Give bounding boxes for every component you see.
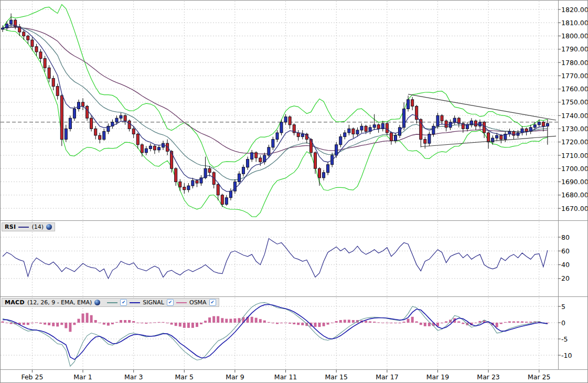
svg-text:1770.00: 1770.00 xyxy=(561,72,588,80)
svg-text:Mar 3: Mar 3 xyxy=(124,373,143,381)
macd-param: (12, 26, 9 - EMA, EMA) xyxy=(27,299,92,306)
svg-text:Mar 5: Mar 5 xyxy=(175,373,194,381)
svg-text:Feb 25: Feb 25 xyxy=(21,373,43,381)
svg-text:1820.00: 1820.00 xyxy=(561,6,588,14)
signal-line xyxy=(3,304,548,359)
bollinger-bands xyxy=(3,5,548,217)
ma-slow-line xyxy=(3,27,548,154)
macd-globe-icon[interactable] xyxy=(94,300,100,305)
svg-text:1730.00: 1730.00 xyxy=(561,125,588,133)
svg-text:Mar 15: Mar 15 xyxy=(325,373,347,381)
svg-text:1710.00: 1710.00 xyxy=(561,152,588,159)
svg-text:1750.00: 1750.00 xyxy=(561,98,588,106)
macd-line-swatch xyxy=(107,302,117,303)
signal-visibility-checkbox[interactable]: ✔ xyxy=(167,299,174,306)
signal-line-swatch xyxy=(130,302,140,303)
svg-text:Mar 23: Mar 23 xyxy=(477,373,499,381)
svg-text:-10: -10 xyxy=(561,352,572,359)
svg-text:1760.00: 1760.00 xyxy=(561,85,588,93)
rsi-line xyxy=(3,239,548,279)
rsi-axis-labels: 80604020 xyxy=(561,233,570,283)
macd-legend: MACD (12, 26, 9 - EMA, EMA) ✔ SIGNAL ✔ O… xyxy=(2,298,219,307)
svg-text:1700.00: 1700.00 xyxy=(561,165,588,173)
rsi-legend: RSI (14) xyxy=(2,222,55,231)
x-axis-labels: Feb 25Mar 1Mar 3Mar 5Mar 9Mar 11Mar 15Ma… xyxy=(21,373,550,381)
svg-text:1680.00: 1680.00 xyxy=(561,191,588,199)
osma-histogram xyxy=(2,313,549,332)
svg-text:Mar 11: Mar 11 xyxy=(274,373,297,381)
rsi-globe-icon[interactable] xyxy=(46,224,52,230)
signal-label: SIGNAL xyxy=(143,299,164,306)
svg-text:1780.00: 1780.00 xyxy=(561,59,588,67)
svg-text:20: 20 xyxy=(561,274,570,282)
svg-text:Mar 1: Mar 1 xyxy=(73,373,92,381)
chart-canvas[interactable]: 1820.001810.001800.001790.001780.001770.… xyxy=(1,1,588,383)
osma-label: OSMA xyxy=(189,299,207,306)
panel-borders xyxy=(1,1,587,373)
macd-label: MACD xyxy=(5,299,25,306)
rsi-param: (14) xyxy=(31,224,44,230)
osma-visibility-checkbox[interactable]: ✔ xyxy=(209,299,216,306)
rsi-label: RSI xyxy=(5,224,16,230)
svg-text:Mar 9: Mar 9 xyxy=(226,373,244,381)
svg-text:1690.00: 1690.00 xyxy=(561,178,588,186)
svg-text:0: 0 xyxy=(561,319,565,327)
svg-text:Mar 17: Mar 17 xyxy=(376,373,398,381)
ma-fast-line xyxy=(3,25,548,192)
svg-text:Mar 19: Mar 19 xyxy=(426,373,450,381)
svg-text:40: 40 xyxy=(561,261,570,269)
svg-text:1810.00: 1810.00 xyxy=(561,19,588,27)
svg-text:1740.00: 1740.00 xyxy=(561,112,588,120)
candles-layer xyxy=(2,14,549,207)
svg-text:1790.00: 1790.00 xyxy=(561,45,588,53)
main-y-axis-labels: 1820.001810.001800.001790.001780.001770.… xyxy=(561,6,588,212)
trading-chart-window: 1820.001810.001800.001790.001780.001770.… xyxy=(0,0,588,383)
macd-visibility-checkbox[interactable]: ✔ xyxy=(120,299,127,306)
osma-line-swatch xyxy=(176,302,187,303)
svg-text:1720.00: 1720.00 xyxy=(561,138,588,146)
svg-text:1800.00: 1800.00 xyxy=(561,32,588,40)
svg-text:-5: -5 xyxy=(561,335,568,343)
rsi-line-swatch xyxy=(18,227,29,228)
svg-text:Mar 25: Mar 25 xyxy=(528,373,550,381)
svg-text:60: 60 xyxy=(561,247,570,255)
svg-text:1670.00: 1670.00 xyxy=(561,205,588,212)
svg-text:80: 80 xyxy=(561,233,570,241)
macd-axis-labels: 50-5-10 xyxy=(561,303,572,359)
svg-text:5: 5 xyxy=(561,303,565,311)
macd-line xyxy=(3,303,548,367)
